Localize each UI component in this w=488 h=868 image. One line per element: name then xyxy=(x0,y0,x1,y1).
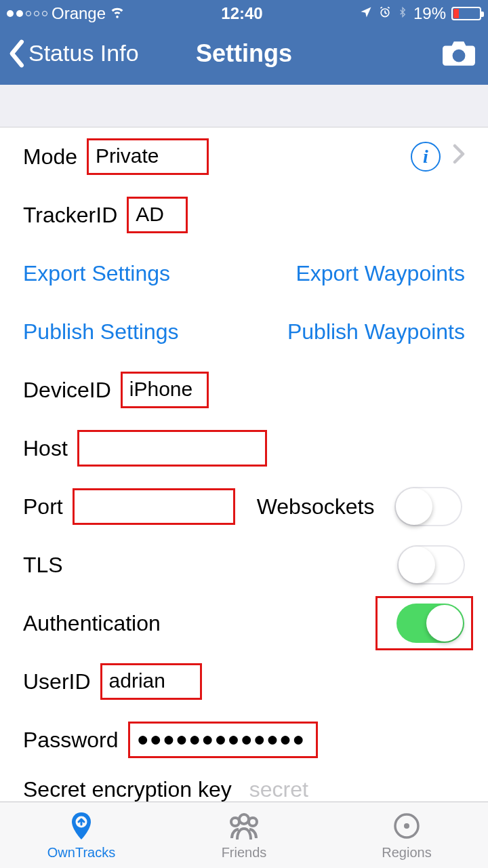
host-row[interactable]: Host xyxy=(0,419,488,477)
svg-point-3 xyxy=(239,814,249,824)
publish-settings-button[interactable]: Publish Settings xyxy=(23,319,178,344)
tab-owntracks[interactable]: OwnTracks xyxy=(0,802,163,868)
bluetooth-icon xyxy=(397,4,408,23)
signal-strength-icon xyxy=(7,10,47,17)
tracker-id-value[interactable]: AD xyxy=(127,197,188,233)
tab-friends-label: Friends xyxy=(222,845,267,861)
carrier-label: Orange xyxy=(52,4,106,23)
device-id-row[interactable]: DeviceID iPhone xyxy=(0,361,488,419)
mode-row[interactable]: Mode Private i xyxy=(0,127,488,186)
tab-friends[interactable]: Friends xyxy=(163,802,325,868)
camera-button[interactable] xyxy=(442,37,476,70)
alarm-icon xyxy=(378,4,392,23)
wifi-icon xyxy=(110,4,125,23)
status-bar: Orange 12:40 19% xyxy=(0,0,488,27)
device-id-label: DeviceID xyxy=(23,378,111,403)
svg-point-5 xyxy=(249,818,257,826)
clock-label: 12:40 xyxy=(221,4,262,23)
websockets-toggle[interactable] xyxy=(394,487,462,526)
tab-bar: OwnTracks Friends Regions xyxy=(0,802,488,868)
location-icon xyxy=(359,4,373,23)
authentication-label: Authentication xyxy=(23,611,161,636)
tls-toggle[interactable] xyxy=(397,545,465,585)
authentication-toggle-highlight xyxy=(375,596,473,650)
password-label: Password xyxy=(23,728,119,753)
section-spacer xyxy=(0,85,488,127)
host-input[interactable] xyxy=(77,430,267,467)
battery-percent-label: 19% xyxy=(413,4,446,23)
user-id-value[interactable]: adrian xyxy=(100,663,202,700)
user-id-label: UserID xyxy=(23,669,91,694)
password-value[interactable]: ●●●●●●●●●●●●● xyxy=(128,722,318,758)
publish-waypoints-button[interactable]: Publish Waypoints xyxy=(287,319,465,344)
export-row: Export Settings Export Waypoints xyxy=(0,244,488,302)
export-settings-button[interactable]: Export Settings xyxy=(23,261,170,286)
authentication-row: Authentication xyxy=(0,594,488,652)
battery-icon xyxy=(451,7,481,20)
tls-label: TLS xyxy=(23,553,63,578)
nav-bar: Status Info Settings xyxy=(0,27,488,85)
tab-owntracks-label: OwnTracks xyxy=(47,845,115,861)
publish-row: Publish Settings Publish Waypoints xyxy=(0,302,488,361)
mode-label: Mode xyxy=(23,144,77,170)
back-button[interactable]: Status Info xyxy=(7,39,139,68)
svg-point-7 xyxy=(404,823,409,829)
port-input[interactable] xyxy=(73,488,235,525)
secret-key-placeholder[interactable]: secret xyxy=(249,777,308,802)
port-row: Port Websockets xyxy=(0,477,488,536)
tls-row: TLS xyxy=(0,536,488,594)
websockets-label: Websockets xyxy=(257,494,375,519)
mode-value[interactable]: Private xyxy=(87,138,209,175)
back-label: Status Info xyxy=(28,40,139,66)
port-label: Port xyxy=(23,494,63,519)
chevron-right-icon xyxy=(453,144,465,170)
tab-regions[interactable]: Regions xyxy=(325,802,488,868)
svg-point-4 xyxy=(231,818,239,826)
export-waypoints-button[interactable]: Export Waypoints xyxy=(296,261,465,286)
authentication-toggle[interactable] xyxy=(396,604,464,643)
svg-point-1 xyxy=(453,49,466,62)
info-icon[interactable]: i xyxy=(411,142,441,172)
device-id-value[interactable]: iPhone xyxy=(121,372,209,408)
tracker-id-label: TrackerID xyxy=(23,203,117,228)
password-row[interactable]: Password ●●●●●●●●●●●●● xyxy=(0,711,488,769)
secret-key-label: Secret encryption key xyxy=(23,777,232,802)
tracker-id-row[interactable]: TrackerID AD xyxy=(0,186,488,244)
host-label: Host xyxy=(23,436,68,461)
tab-regions-label: Regions xyxy=(382,845,431,861)
user-id-row[interactable]: UserID adrian xyxy=(0,652,488,711)
